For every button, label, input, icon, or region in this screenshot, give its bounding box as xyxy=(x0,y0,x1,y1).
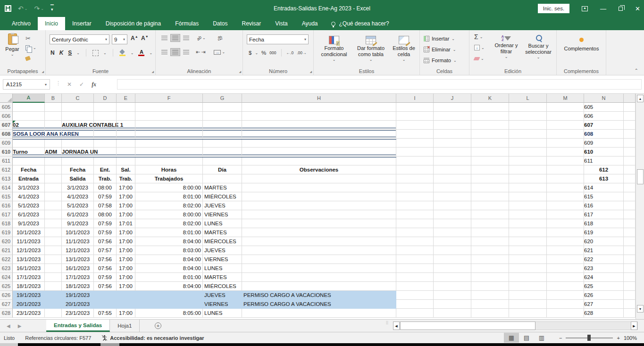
cell[interactable]: 16/1/2023 xyxy=(62,264,94,273)
sheet-nav-left-icon[interactable]: ◀ xyxy=(7,323,10,329)
cell[interactable]: 11/1/2023 xyxy=(13,237,45,246)
cell[interactable]: 17:00 xyxy=(117,255,135,264)
cell[interactable] xyxy=(434,121,471,130)
cell[interactable]: 606 xyxy=(584,112,624,121)
font-color-chevron-icon[interactable]: ⌄ xyxy=(149,51,152,55)
cell[interactable] xyxy=(45,112,62,121)
cell[interactable] xyxy=(509,300,547,309)
tab-archivo[interactable]: Archivo xyxy=(5,17,38,30)
cell[interactable] xyxy=(45,103,62,112)
number-dialog-launcher-icon[interactable]: ◢ xyxy=(309,70,312,73)
cell[interactable] xyxy=(45,228,62,237)
cell[interactable] xyxy=(242,112,396,121)
cell[interactable] xyxy=(471,210,509,219)
tab-splitter-handle[interactable]: ⁞⁞ xyxy=(386,322,388,324)
row-header[interactable]: 611 xyxy=(0,157,13,165)
cell[interactable] xyxy=(45,237,62,246)
cell[interactable] xyxy=(624,273,636,282)
cell[interactable]: 627 xyxy=(584,300,624,309)
cell[interactable] xyxy=(203,139,242,148)
cell[interactable]: MIÉRCOLES xyxy=(203,237,242,246)
cell[interactable]: MARTES xyxy=(203,228,242,237)
tab-revisar[interactable]: Revisar xyxy=(235,17,268,30)
vertical-scrollbar-thumb[interactable] xyxy=(637,169,644,184)
cell[interactable] xyxy=(471,148,509,157)
cell[interactable]: 12/1/2023 xyxy=(62,246,94,255)
cell[interactable] xyxy=(434,273,471,282)
cell[interactable] xyxy=(547,139,584,148)
cell[interactable] xyxy=(45,192,62,201)
cell[interactable] xyxy=(45,165,62,174)
cell[interactable] xyxy=(117,112,135,121)
fill-button[interactable]: ↓⌄ xyxy=(474,45,485,50)
cell[interactable] xyxy=(242,282,396,291)
cell[interactable]: 17:00 xyxy=(117,273,135,282)
cell[interactable] xyxy=(135,148,203,157)
cell[interactable] xyxy=(547,183,584,192)
cell[interactable] xyxy=(471,121,509,130)
cell[interactable] xyxy=(396,130,434,139)
cell[interactable] xyxy=(509,255,547,264)
cell[interactable] xyxy=(396,300,434,309)
scroll-up-icon[interactable]: ▲ xyxy=(637,95,644,102)
cell[interactable] xyxy=(624,210,636,219)
cell[interactable]: 08:00 xyxy=(94,210,117,219)
cell[interactable]: 07:56 xyxy=(94,237,117,246)
cell[interactable]: 17/1/2023 xyxy=(62,273,94,282)
cell[interactable]: 609 xyxy=(584,139,624,148)
row-header[interactable]: 625 xyxy=(0,282,13,291)
cell[interactable] xyxy=(434,148,471,157)
cell[interactable]: 5/1/2023 xyxy=(13,201,45,210)
increase-indent-icon[interactable]: ⇥ xyxy=(201,49,205,55)
cell[interactable]: 610 xyxy=(584,148,624,157)
tab-vista[interactable]: Vista xyxy=(268,17,294,30)
bold-button[interactable]: N xyxy=(50,49,55,56)
cell[interactable] xyxy=(396,103,434,112)
cell[interactable] xyxy=(135,157,203,165)
cell[interactable] xyxy=(434,219,471,228)
cell[interactable] xyxy=(471,273,509,282)
cell[interactable] xyxy=(203,130,242,139)
cell[interactable]: 8:04:00 xyxy=(135,264,203,273)
cell[interactable] xyxy=(396,273,434,282)
align-middle-button[interactable] xyxy=(170,34,180,42)
cell[interactable] xyxy=(471,219,509,228)
cell[interactable] xyxy=(624,246,636,255)
cell[interactable]: 3/1/2023 xyxy=(62,183,94,192)
cell[interactable]: 8:04:00 xyxy=(135,255,203,264)
cell[interactable] xyxy=(509,157,547,165)
zoom-slider-thumb[interactable] xyxy=(587,335,591,341)
cell[interactable]: 07:56 xyxy=(94,264,117,273)
cell[interactable]: 17:00 xyxy=(117,201,135,210)
cell[interactable]: MIÉRCOLES xyxy=(203,282,242,291)
cell[interactable]: 07:56 xyxy=(94,282,117,291)
cell[interactable] xyxy=(434,246,471,255)
cell[interactable]: 620 xyxy=(584,237,624,246)
cell[interactable]: 20/1/2023 xyxy=(13,300,45,309)
cell[interactable]: 623 xyxy=(584,264,624,273)
row-header[interactable]: 621 xyxy=(0,246,13,255)
cell[interactable] xyxy=(62,157,94,165)
cell[interactable] xyxy=(242,219,396,228)
cell[interactable]: 12/1/2023 xyxy=(13,246,45,255)
cell[interactable] xyxy=(471,228,509,237)
row-header[interactable]: 622 xyxy=(0,255,13,264)
cell[interactable]: 17:00 xyxy=(117,246,135,255)
find-select-button[interactable]: Buscar y seleccionar ⌄ xyxy=(522,35,554,59)
cell[interactable]: 13/1/2023 xyxy=(13,255,45,264)
column-header-A[interactable]: A xyxy=(13,94,45,103)
cell[interactable] xyxy=(624,148,636,157)
underline-button[interactable]: S xyxy=(68,49,72,56)
row-header[interactable]: 615 xyxy=(0,192,13,201)
tab-datos[interactable]: Datos xyxy=(206,17,234,30)
cell[interactable] xyxy=(135,112,203,121)
cell[interactable] xyxy=(135,121,203,130)
cell[interactable] xyxy=(509,228,547,237)
merge-center-icon[interactable]: ↔ xyxy=(214,50,221,55)
cell[interactable]: 8:02:00 xyxy=(135,201,203,210)
insert-function-icon[interactable]: fx xyxy=(92,81,96,88)
comma-style-button[interactable]: 000 xyxy=(269,50,276,55)
cell[interactable] xyxy=(547,103,584,112)
cell[interactable] xyxy=(117,103,135,112)
cell[interactable] xyxy=(624,291,636,300)
